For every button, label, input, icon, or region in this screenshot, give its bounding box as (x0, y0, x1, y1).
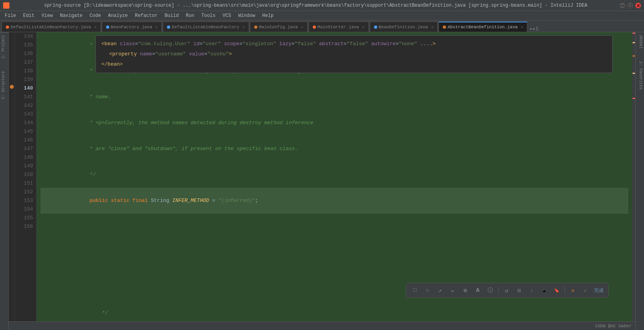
line-num: 147 (18, 145, 33, 153)
code-line-136: * name. (40, 84, 628, 110)
code-line-145: */ (40, 300, 628, 321)
tab-overflow[interactable]: ▸▸1 (530, 26, 538, 32)
menu-refactor[interactable]: Refactor (132, 12, 161, 19)
tab-close-6[interactable]: ✕ (431, 25, 433, 29)
toolbar-undo-btn[interactable]: ↺ (501, 285, 512, 296)
code-content[interactable]: * designed to include characters otherwi… (37, 32, 632, 321)
tab-close-5[interactable]: ✕ (362, 25, 365, 29)
editor-main: 134 135 136 137 138 139 140 141 142 143 … (9, 32, 635, 321)
menu-run[interactable]: Run (183, 12, 198, 19)
toolbar-crop-btn[interactable]: ⊡ (514, 285, 525, 296)
menu-edit[interactable]: Edit (20, 12, 38, 19)
line-num: 144 (18, 119, 33, 127)
comment-text: */ (77, 310, 108, 316)
line-num: 150 (18, 170, 33, 179)
tab-abstractbeandefinition[interactable]: AbstractBeanDefinition.java ✕ (439, 22, 527, 32)
window-title: spring-source [D:\ideaworkspace\spring-s… (12, 3, 620, 8)
tab-icon-5 (313, 26, 316, 29)
tab-beandefinition[interactable]: BeanDefinition.java ✕ (370, 22, 438, 32)
maximize-button[interactable]: □ (627, 3, 633, 8)
tab-defaultlistable[interactable]: DefaultListableBeanFactory ✕ (163, 22, 249, 32)
left-panel-strip: 1: Project 2: Structure (0, 32, 9, 330)
tab-close-2[interactable]: ✕ (155, 25, 158, 29)
tab-label-1: DefaultListableBeanFactory.java (11, 25, 91, 29)
line-num: 156 (18, 222, 33, 231)
line-num: 134 (18, 32, 33, 41)
code-area: * designed to include characters otherwi… (37, 32, 632, 321)
minimize-button[interactable]: ─ (620, 3, 625, 8)
tab-icon-4 (254, 26, 257, 29)
toolbar-mobile-btn[interactable]: 📱 (539, 285, 550, 296)
toolbar-bookmark-btn[interactable]: 🔖 (551, 285, 562, 296)
tab-label-4: MainConfig.java (259, 25, 298, 29)
menu-help[interactable]: Help (259, 12, 277, 19)
toolbar-done-btn[interactable]: 完成 (593, 287, 605, 294)
jrebel-panel-btn[interactable]: JRebel (636, 32, 644, 51)
scroll-marker-1 (633, 55, 635, 57)
tab-close-1[interactable]: ✕ (94, 25, 97, 29)
tab-mainconfig[interactable]: MainConfig.java ✕ (250, 22, 308, 32)
menu-navigate[interactable]: Navigate (57, 12, 86, 19)
tab-defaultlistablebeanfactory[interactable]: DefaultListableBeanFactory.java ✕ (2, 22, 101, 32)
toolbar-box-btn[interactable]: ⊞ (460, 285, 471, 296)
toolbar-text-btn[interactable]: A (472, 285, 483, 296)
line-num: 155 (18, 214, 33, 222)
left-gutter (9, 32, 15, 321)
tab-label-2: BeanFactory.java (111, 25, 152, 29)
line-num: 138 (18, 67, 33, 75)
toolbar-download-btn[interactable]: ↓ (526, 285, 537, 296)
project-panel-btn[interactable]: 1: Project (0, 32, 8, 61)
menu-vcs[interactable]: VCS (220, 12, 235, 19)
tab-close-4[interactable]: ✕ (301, 25, 303, 29)
line-num: 148 (18, 153, 33, 162)
tab-label-6: BeanDefinition.java (379, 25, 428, 29)
toolbar-arrow-btn[interactable]: ↗ (435, 285, 446, 296)
breakpoint-marker (10, 85, 14, 89)
close-button[interactable]: ✕ (635, 3, 641, 8)
popup-line-3: </bean> (101, 59, 607, 70)
line-num: 143 (18, 110, 33, 119)
menu-file[interactable]: File (2, 12, 19, 19)
line-num: 139 (18, 75, 33, 84)
menu-bar: File Edit View Navigate Code Analyze Ref… (0, 11, 644, 20)
toolbar-circle-btn[interactable]: ○ (422, 285, 433, 296)
line-num: 135 (18, 41, 33, 50)
menu-tools[interactable]: Tools (198, 12, 219, 19)
floating-toolbar: □ ○ ↗ ✏ ⊞ A ⓘ ↺ ⊡ ↓ 📱 🔖 ✕ ✓ 完成 (406, 283, 609, 298)
code-popup: <bean class="com.tuling.User" id="user" … (95, 35, 613, 73)
code-line-141 (40, 214, 628, 240)
keyword-static: static (111, 198, 129, 204)
menu-view[interactable]: View (39, 12, 56, 19)
code-line-139: */ (40, 162, 628, 188)
toolbar-check-btn[interactable]: ✓ (580, 285, 591, 296)
title-bar: spring-source [D:\ideaworkspace\spring-s… (0, 0, 644, 11)
line-num: 136 (18, 50, 33, 58)
menu-analyze[interactable]: Analyze (105, 12, 131, 19)
tab-close-7[interactable]: ✕ (521, 25, 523, 29)
structure-panel-btn[interactable]: 2: Structure (0, 69, 8, 102)
line-num: 145 (18, 127, 33, 136)
menu-build[interactable]: Build (161, 12, 182, 19)
tab-beanfactory[interactable]: BeanFactory.java ✕ (102, 22, 162, 32)
line-num: 152 (18, 188, 33, 196)
code-line-142 (40, 240, 628, 266)
menu-window[interactable]: Window (235, 12, 258, 19)
scroll-indicator[interactable] (632, 32, 635, 321)
tab-mainstarter[interactable]: MainStarter.java ✕ (308, 22, 369, 32)
keyword-public: public (77, 198, 108, 204)
bottom-bar-text: CSDN @AC Saber (595, 324, 631, 328)
favorites-panel-btn[interactable]: 2: Favorites (636, 59, 644, 92)
toolbar-info-btn[interactable]: ⓘ (485, 285, 496, 296)
popup-line-1: <bean class="com.tuling.User" id="user" … (101, 39, 607, 49)
comment-text: * (77, 120, 96, 126)
toolbar-pen-btn[interactable]: ✏ (447, 285, 458, 296)
tab-icon-1 (6, 26, 9, 29)
toolbar-close-btn[interactable]: ✕ (567, 285, 578, 296)
line-num: 153 (18, 196, 33, 205)
tab-label-3: DefaultListableBeanFactory (172, 25, 239, 29)
scroll-error-1 (633, 33, 635, 34)
menu-code[interactable]: Code (86, 12, 104, 19)
toolbar-rect-btn[interactable]: □ (409, 285, 420, 296)
popup-line-2: <property name="username" value="xushu"> (101, 49, 607, 59)
tab-close-3[interactable]: ✕ (242, 25, 245, 29)
